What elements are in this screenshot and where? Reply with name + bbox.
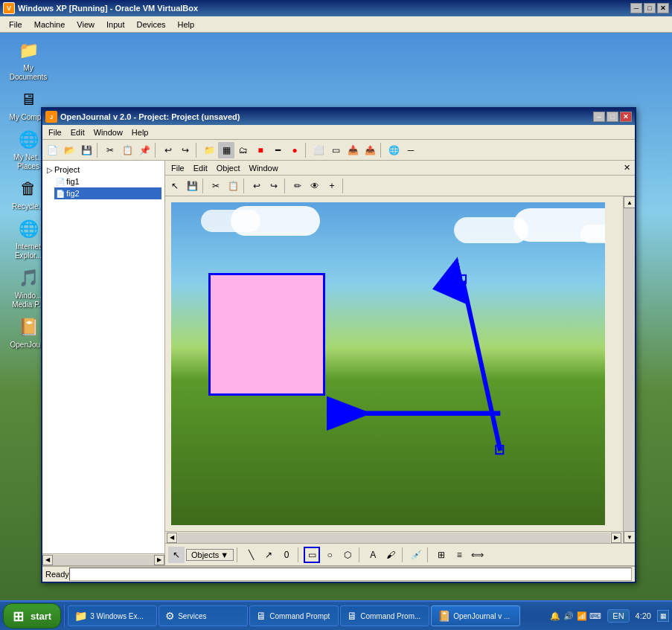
canvas-scroll-up[interactable]: ▲ [624,196,635,208]
vbox-maximize-button[interactable]: □ [644,3,656,13]
canvas-menu-file[interactable]: File [167,162,189,174]
canvas-tb-view[interactable]: 👁 [307,178,323,194]
toolbar-export-button[interactable]: 📤 [362,142,378,158]
tree-scroll-track[interactable] [53,555,154,565]
canvas-tb-copy[interactable]: 📋 [225,178,241,194]
oj-menu-file[interactable]: File [44,126,66,138]
toolbar-grid-button[interactable]: ▦ [218,142,234,158]
tool-text[interactable]: A [365,547,381,563]
canvas-hscrollbar[interactable]: ◀ ▶ [165,531,623,543]
toolbar-undo-button[interactable]: ↩ [160,142,176,158]
taskbar-cmd1[interactable]: 🖥 Command Prompt [249,605,339,626]
toolbar-line-button[interactable]: ━ [269,142,286,158]
toolbar-rect-button[interactable]: ▭ [327,142,344,158]
vbox-close-button[interactable]: ✕ [657,3,669,13]
tree-hscrollbar[interactable]: ◀ ▶ [42,553,164,565]
oj-maximize-button[interactable]: □ [607,112,618,122]
oj-left-panel: ▷ Project 📄 fig1 📄 fig2 [42,161,165,565]
project-tree[interactable]: ▷ Project 📄 fig1 📄 fig2 [42,161,164,553]
canvas-tb-redo[interactable]: ↪ [266,178,282,194]
tool-table[interactable]: ⊞ [433,547,449,563]
canvas-menu-edit[interactable]: Edit [189,162,212,174]
tool-polygon[interactable]: ⬡ [339,547,356,563]
toolbar-paste-button[interactable]: 📌 [136,142,153,158]
vbox-minimize-button[interactable]: ─ [630,3,642,13]
tool-rect[interactable]: ▭ [304,547,320,563]
tree-scroll-left[interactable]: ◀ [42,555,53,565]
show-desktop-button[interactable]: ▦ [657,610,669,622]
tree-fig2-icon: 📄 [56,190,65,198]
toolbar-import-button[interactable]: 📥 [345,142,361,158]
vbox-menu-file[interactable]: File [3,19,28,30]
taskbar-cmd2[interactable]: 🖥 Command Prom... [340,605,429,626]
fig-canvas[interactable] [171,202,605,525]
vbox-menu-machine[interactable]: Machine [28,19,71,30]
vbox-menu-help[interactable]: Help [172,19,201,30]
canvas-tb-select[interactable]: ↖ [167,178,183,194]
tool-arrow[interactable]: ↗ [260,547,277,563]
network-icon: 🌐 [16,128,40,152]
canvas-vscroll-track[interactable] [624,208,635,531]
canvas-hscroll-track[interactable] [178,533,610,543]
canvas-scroll-down[interactable]: ▼ [624,531,635,543]
toolbar-new-button[interactable]: 📄 [44,142,60,158]
toolbar-minus-button[interactable]: ─ [403,142,419,158]
taskbar-windows-explorer[interactable]: 📁 3 Windows Ex... [68,605,157,626]
oj-menu-help[interactable]: Help [127,126,153,138]
toolbar-dot-button[interactable]: ● [287,142,303,158]
canvas-tb-cut[interactable]: ✂ [208,178,224,194]
tool-eyedropper[interactable]: 💉 [408,547,424,563]
toolbar-folder-button[interactable]: 📁 [201,142,217,158]
canvas-tb-undo[interactable]: ↩ [249,178,265,194]
canvas-vscrollbar[interactable]: ▲ ▼ [623,196,635,543]
taskbar-openjournal[interactable]: 📔 OpenJournal v ... [431,605,520,626]
language-button[interactable]: EN [607,609,629,623]
tree-item-fig1[interactable]: 📄 fig1 [54,176,161,187]
toolbar-copy-button[interactable]: 📋 [119,142,135,158]
tool-zero[interactable]: 0 [278,547,295,563]
tool-select[interactable]: ↖ [168,547,185,563]
canvas-scroll-left[interactable]: ◀ [167,533,177,543]
canvas-menu-window[interactable]: Window [245,162,283,174]
toolbar-shape-button[interactable]: ■ [252,142,269,158]
start-button[interactable]: ⊞ start [3,603,61,629]
toolbar-save-button[interactable]: 💾 [78,142,95,158]
oj-taskbar-icon: 📔 [438,610,450,622]
oj-close-button[interactable]: ✕ [620,112,632,122]
canvas-inner[interactable] [165,196,623,531]
canvas-close-button[interactable]: ✕ [621,163,633,173]
tool-line-diag[interactable]: ╲ [243,547,259,563]
tool-ellipse[interactable]: ○ [321,547,338,563]
status-text: Ready [45,570,69,579]
toolbar-layer-button[interactable]: 🗂 [235,142,252,158]
objects-dropdown[interactable]: Objects ▼ [186,549,234,561]
canvas-tb-save[interactable]: 💾 [184,178,200,194]
canvas-scroll-right[interactable]: ▶ [611,533,621,543]
vbox-menu-devices[interactable]: Devices [130,19,171,30]
systray-icon-1: 🔔 [549,610,561,622]
pink-rectangle-object[interactable] [208,273,325,396]
vbox-menu-view[interactable]: View [71,19,100,30]
desktop-icon-my-documents[interactable]: 📁 My Documents [6,39,51,82]
taskbar-services[interactable]: ⚙ Services [159,605,248,626]
tool-fill[interactable]: 🖌 [383,547,399,563]
tree-item-project[interactable]: ▷ Project [45,164,161,176]
toolbar-redo-button[interactable]: ↪ [177,142,193,158]
status-input[interactable] [69,568,632,581]
toolbar-select-button[interactable]: ⬜ [310,142,327,158]
canvas-tb-edit[interactable]: ✏ [289,178,306,194]
tool-list[interactable]: ≡ [451,547,467,563]
toolbar-web-button[interactable]: 🌐 [385,142,402,158]
tree-scroll-right[interactable]: ▶ [154,555,164,565]
canvas-menu-object[interactable]: Object [212,162,245,174]
toolbar-cut-button[interactable]: ✂ [102,142,118,158]
oj-menu-edit[interactable]: Edit [66,126,89,138]
oj-menu-window[interactable]: Window [89,126,127,138]
oj-minimize-button[interactable]: ─ [593,112,605,122]
canvas-tb-insert[interactable]: + [324,178,340,194]
vbox-menu-input[interactable]: Input [100,19,130,30]
services-taskbar-icon: ⚙ [165,610,175,622]
tool-wrap[interactable]: ⟺ [469,547,485,563]
tree-item-fig2[interactable]: 📄 fig2 [54,187,161,199]
toolbar-open-button[interactable]: 📂 [61,142,77,158]
